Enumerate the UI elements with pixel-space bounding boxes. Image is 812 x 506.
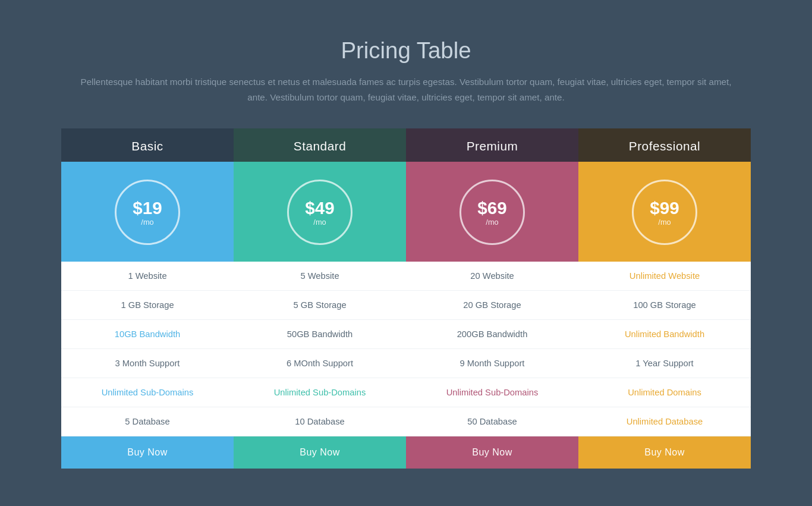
plan-features-professional: Unlimited Website100 GB StorageUnlimited… bbox=[578, 262, 751, 436]
feature-standard-0: 5 Website bbox=[234, 262, 406, 291]
feature-premium-0: 20 Website bbox=[406, 262, 578, 291]
feature-professional-4: Unlimited Domains bbox=[578, 378, 751, 407]
feature-basic-1: 1 GB Storage bbox=[61, 291, 234, 320]
page-header: Pricing Table Pellentesque habitant morb… bbox=[79, 37, 733, 105]
plan-name-basic: Basic bbox=[131, 139, 163, 153]
plan-header-basic: Basic bbox=[61, 128, 234, 162]
feature-basic-4: Unlimited Sub-Domains bbox=[61, 378, 234, 407]
price-period-standard: /mo bbox=[313, 218, 326, 227]
price-amount-premium: $69 bbox=[477, 199, 506, 218]
pricing-grid: Basic$19/mo1 Website1 GB Storage10GB Ban… bbox=[61, 128, 751, 469]
buy-button-basic[interactable]: Buy Now bbox=[61, 436, 234, 469]
price-period-premium: /mo bbox=[486, 218, 498, 227]
page-title: Pricing Table bbox=[79, 37, 733, 64]
buy-button-standard[interactable]: Buy Now bbox=[234, 436, 406, 469]
feature-professional-2: Unlimited Bandwidth bbox=[578, 320, 751, 349]
plan-card-premium: Premium$69/mo20 Website20 GB Storage200G… bbox=[406, 128, 578, 469]
feature-professional-3: 1 Year Support bbox=[578, 349, 751, 378]
plan-name-professional: Professional bbox=[629, 139, 700, 153]
price-circle-premium: $69/mo bbox=[459, 180, 525, 245]
plan-features-standard: 5 Website5 GB Storage50GB Bandwidth6 MOn… bbox=[234, 262, 406, 436]
plan-card-basic: Basic$19/mo1 Website1 GB Storage10GB Ban… bbox=[61, 128, 234, 469]
plan-features-basic: 1 Website1 GB Storage10GB Bandwidth3 Mon… bbox=[61, 262, 234, 436]
feature-premium-3: 9 Month Support bbox=[406, 349, 578, 378]
buy-button-premium[interactable]: Buy Now bbox=[406, 436, 578, 469]
price-period-professional: /mo bbox=[658, 218, 671, 227]
feature-basic-2: 10GB Bandwidth bbox=[61, 320, 234, 349]
feature-standard-4: Unlimited Sub-Domains bbox=[234, 378, 406, 407]
price-area-premium: $69/mo bbox=[406, 162, 578, 262]
price-amount-standard: $49 bbox=[305, 199, 334, 218]
plan-header-professional: Professional bbox=[578, 128, 751, 162]
feature-standard-3: 6 MOnth Support bbox=[234, 349, 406, 378]
feature-professional-5: Unlimited Database bbox=[578, 407, 751, 436]
feature-professional-0: Unlimited Website bbox=[578, 262, 751, 291]
price-area-professional: $99/mo bbox=[578, 162, 751, 262]
feature-standard-1: 5 GB Storage bbox=[234, 291, 406, 320]
feature-premium-2: 200GB Bandwidth bbox=[406, 320, 578, 349]
feature-standard-2: 50GB Bandwidth bbox=[234, 320, 406, 349]
price-area-basic: $19/mo bbox=[61, 162, 234, 262]
feature-premium-1: 20 GB Storage bbox=[406, 291, 578, 320]
feature-standard-5: 10 Database bbox=[234, 407, 406, 436]
feature-basic-3: 3 Month Support bbox=[61, 349, 234, 378]
price-circle-basic: $19/mo bbox=[115, 180, 180, 245]
feature-basic-0: 1 Website bbox=[61, 262, 234, 291]
plan-card-standard: Standard$49/mo5 Website5 GB Storage50GB … bbox=[234, 128, 406, 469]
page-description: Pellentesque habitant morbi tristique se… bbox=[79, 74, 733, 105]
price-circle-professional: $99/mo bbox=[632, 180, 697, 245]
feature-premium-4: Unlimited Sub-Domains bbox=[406, 378, 578, 407]
plan-name-standard: Standard bbox=[294, 139, 346, 153]
price-circle-standard: $49/mo bbox=[287, 180, 353, 245]
price-period-basic: /mo bbox=[141, 218, 153, 227]
plan-header-premium: Premium bbox=[406, 128, 578, 162]
price-amount-professional: $99 bbox=[650, 199, 679, 218]
plan-features-premium: 20 Website20 GB Storage200GB Bandwidth9 … bbox=[406, 262, 578, 436]
feature-premium-5: 50 Database bbox=[406, 407, 578, 436]
price-amount-basic: $19 bbox=[133, 199, 162, 218]
feature-professional-1: 100 GB Storage bbox=[578, 291, 751, 320]
price-area-standard: $49/mo bbox=[234, 162, 406, 262]
plan-name-premium: Premium bbox=[467, 139, 518, 153]
feature-basic-5: 5 Database bbox=[61, 407, 234, 436]
plan-card-professional: Professional$99/moUnlimited Website100 G… bbox=[578, 128, 751, 469]
buy-button-professional[interactable]: Buy Now bbox=[578, 436, 751, 469]
plan-header-standard: Standard bbox=[234, 128, 406, 162]
